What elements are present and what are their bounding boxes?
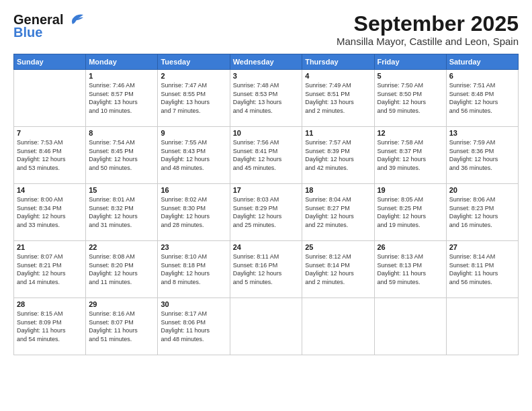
day-number: 12: [378, 129, 443, 137]
sunset-text: Sunset: 8:37 PM: [378, 147, 443, 156]
daylight-text: Daylight: 13 hours: [89, 98, 154, 107]
day-number: 10: [233, 129, 299, 137]
day-info: Sunrise: 8:11 AMSunset: 8:16 PMDaylight:…: [233, 253, 299, 286]
calendar-day-cell: 29Sunrise: 8:16 AMSunset: 8:07 PMDayligh…: [86, 298, 158, 355]
calendar-day-cell: 26Sunrise: 8:13 AMSunset: 8:13 PMDayligh…: [374, 241, 446, 298]
sunrise-text: Sunrise: 8:08 AM: [89, 253, 154, 261]
calendar-day-cell: 11Sunrise: 7:57 AMSunset: 8:39 PMDayligh…: [302, 127, 374, 184]
daylight-text: and 28 minutes.: [161, 221, 226, 230]
day-info: Sunrise: 8:00 AMSunset: 8:34 PMDaylight:…: [17, 195, 83, 229]
daylight-text: Daylight: 11 hours: [449, 269, 515, 278]
day-info: Sunrise: 7:57 AMSunset: 8:39 PMDaylight:…: [305, 138, 371, 172]
day-number: 23: [161, 243, 226, 251]
weekday-header-wednesday: Wednesday: [230, 54, 302, 70]
sunrise-text: Sunrise: 8:02 AM: [161, 195, 226, 204]
sunset-text: Sunset: 8:43 PM: [161, 147, 226, 156]
month-title: September 2025: [337, 12, 519, 36]
daylight-text: Daylight: 12 hours: [17, 269, 83, 278]
daylight-text: Daylight: 13 hours: [305, 98, 371, 107]
calendar-day-cell: 30Sunrise: 8:17 AMSunset: 8:06 PMDayligh…: [158, 298, 230, 355]
empty-cell: [230, 298, 302, 355]
daylight-text: and 22 minutes.: [305, 221, 371, 230]
daylight-text: and 8 minutes.: [161, 278, 226, 287]
daylight-text: Daylight: 12 hours: [449, 212, 515, 221]
sunset-text: Sunset: 8:27 PM: [305, 204, 371, 213]
sunrise-text: Sunrise: 8:16 AM: [89, 310, 154, 318]
sunset-text: Sunset: 8:39 PM: [305, 147, 371, 156]
day-number: 3: [233, 72, 299, 80]
sunset-text: Sunset: 8:48 PM: [449, 90, 515, 99]
day-number: 4: [305, 72, 371, 80]
day-number: 11: [305, 129, 371, 137]
day-number: 2: [161, 72, 226, 80]
day-info: Sunrise: 7:59 AMSunset: 8:36 PMDaylight:…: [449, 138, 515, 172]
sunrise-text: Sunrise: 7:59 AM: [449, 138, 515, 147]
daylight-text: Daylight: 12 hours: [305, 155, 371, 164]
sunrise-text: Sunrise: 7:57 AM: [305, 138, 371, 147]
weekday-header-thursday: Thursday: [302, 54, 374, 70]
daylight-text: and 56 minutes.: [449, 107, 515, 116]
calendar-table: SundayMondayTuesdayWednesdayThursdayFrid…: [13, 54, 519, 355]
day-info: Sunrise: 8:06 AMSunset: 8:23 PMDaylight:…: [449, 195, 515, 229]
calendar-day-cell: 20Sunrise: 8:06 AMSunset: 8:23 PMDayligh…: [446, 184, 518, 241]
daylight-text: Daylight: 12 hours: [161, 155, 226, 164]
day-number: 9: [161, 129, 226, 137]
calendar-day-cell: 15Sunrise: 8:01 AMSunset: 8:32 PMDayligh…: [86, 184, 158, 241]
sunrise-text: Sunrise: 8:00 AM: [17, 195, 83, 204]
sunrise-text: Sunrise: 7:55 AM: [161, 138, 226, 147]
daylight-text: Daylight: 12 hours: [233, 212, 299, 221]
day-info: Sunrise: 8:15 AMSunset: 8:09 PMDaylight:…: [17, 310, 83, 343]
day-number: 22: [89, 243, 154, 251]
calendar-day-cell: 7Sunrise: 7:53 AMSunset: 8:46 PMDaylight…: [14, 127, 86, 184]
daylight-text: Daylight: 12 hours: [161, 212, 226, 221]
sunrise-text: Sunrise: 8:12 AM: [305, 253, 371, 261]
sunrise-text: Sunrise: 8:17 AM: [161, 310, 226, 318]
daylight-text: and 31 minutes.: [89, 221, 154, 230]
calendar-day-cell: 23Sunrise: 8:10 AMSunset: 8:18 PMDayligh…: [158, 241, 230, 298]
sunrise-text: Sunrise: 7:46 AM: [89, 81, 154, 90]
daylight-text: Daylight: 12 hours: [449, 155, 515, 164]
sunset-text: Sunset: 8:30 PM: [161, 204, 226, 213]
day-info: Sunrise: 8:03 AMSunset: 8:29 PMDaylight:…: [233, 195, 299, 229]
weekday-header-monday: Monday: [86, 54, 158, 70]
daylight-text: Daylight: 11 hours: [378, 269, 443, 278]
daylight-text: and 36 minutes.: [449, 164, 515, 173]
sunset-text: Sunset: 8:16 PM: [233, 261, 299, 270]
day-number: 29: [89, 300, 154, 308]
calendar-day-cell: 10Sunrise: 7:56 AMSunset: 8:41 PMDayligh…: [230, 127, 302, 184]
day-info: Sunrise: 8:10 AMSunset: 8:18 PMDaylight:…: [161, 253, 226, 286]
daylight-text: and 19 minutes.: [378, 221, 443, 230]
day-number: 26: [378, 243, 443, 251]
daylight-text: Daylight: 12 hours: [378, 212, 443, 221]
day-number: 19: [378, 186, 443, 194]
daylight-text: and 25 minutes.: [233, 221, 299, 230]
calendar-day-cell: 4Sunrise: 7:49 AMSunset: 8:51 PMDaylight…: [302, 70, 374, 127]
daylight-text: and 45 minutes.: [233, 164, 299, 173]
sunset-text: Sunset: 8:14 PM: [305, 261, 371, 270]
daylight-text: Daylight: 13 hours: [233, 98, 299, 107]
daylight-text: and 48 minutes.: [161, 335, 226, 344]
daylight-text: and 59 minutes.: [378, 278, 443, 287]
daylight-text: and 2 minutes.: [305, 278, 371, 287]
day-number: 25: [305, 243, 371, 251]
daylight-text: and 50 minutes.: [89, 164, 154, 173]
sunset-text: Sunset: 8:20 PM: [89, 261, 154, 270]
day-number: 21: [17, 243, 83, 251]
day-number: 8: [89, 129, 154, 137]
sunrise-text: Sunrise: 7:58 AM: [378, 138, 443, 147]
day-info: Sunrise: 8:05 AMSunset: 8:25 PMDaylight:…: [378, 195, 443, 229]
sunset-text: Sunset: 8:06 PM: [161, 318, 226, 327]
daylight-text: and 4 minutes.: [233, 107, 299, 116]
sunset-text: Sunset: 8:11 PM: [449, 261, 515, 270]
weekday-header-saturday: Saturday: [446, 54, 518, 70]
daylight-text: and 48 minutes.: [161, 164, 226, 173]
day-info: Sunrise: 7:51 AMSunset: 8:48 PMDaylight:…: [449, 81, 515, 115]
sunrise-text: Sunrise: 7:53 AM: [17, 138, 83, 147]
daylight-text: and 11 minutes.: [89, 278, 154, 287]
sunrise-text: Sunrise: 7:51 AM: [449, 81, 515, 90]
sunrise-text: Sunrise: 8:10 AM: [161, 253, 226, 261]
sunset-text: Sunset: 8:46 PM: [17, 147, 83, 156]
sunset-text: Sunset: 8:29 PM: [233, 204, 299, 213]
sunset-text: Sunset: 8:53 PM: [233, 90, 299, 99]
day-info: Sunrise: 7:58 AMSunset: 8:37 PMDaylight:…: [378, 138, 443, 172]
